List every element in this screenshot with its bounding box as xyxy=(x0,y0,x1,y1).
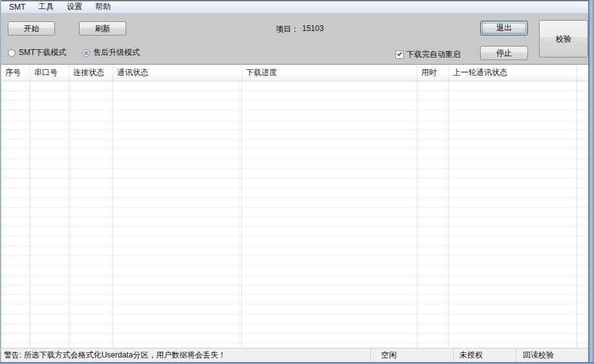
radio-smt-label: SMT下载模式 xyxy=(19,47,66,58)
radio-aftersales-label: 售后升级模式 xyxy=(93,47,140,58)
radio-unselected-icon xyxy=(8,49,16,57)
menu-bar: SMT 工具 设置 帮助 xyxy=(1,1,588,14)
checkbox-auto-reboot-label: 下载完自动重启 xyxy=(406,49,461,60)
column-header-elapsed[interactable]: 用时 xyxy=(417,65,449,81)
check-icon xyxy=(397,51,402,56)
status-verify-mode: 回读校验 xyxy=(516,348,588,362)
column-divider xyxy=(448,81,449,348)
toolbar: 开始 刷新 项目： 15103 退出 停止 校验 SMT下载模式 售后升级模式 xyxy=(1,14,588,64)
verify-button[interactable]: 校验 xyxy=(539,20,588,58)
refresh-button[interactable]: 刷新 xyxy=(79,21,126,36)
column-divider xyxy=(113,81,113,348)
radio-selected-icon xyxy=(82,49,90,57)
column-header-filler xyxy=(577,65,588,81)
column-header-comm-status[interactable]: 通讯状态 xyxy=(113,65,242,81)
checkbox-auto-reboot[interactable]: 下载完自动重启 xyxy=(395,49,461,60)
column-header-connection[interactable]: 连接状态 xyxy=(69,65,113,81)
stop-button[interactable]: 停止 xyxy=(480,46,528,60)
table-body[interactable] xyxy=(1,81,588,348)
status-bar: 警告: 所选下载方式会格式化Userdata分区，用户数据将会丢失！ 空闲 未授… xyxy=(1,348,588,362)
status-state: 空闲 xyxy=(370,348,453,362)
exit-button[interactable]: 退出 xyxy=(480,21,528,36)
status-warning: 警告: 所选下载方式会格式化Userdata分区，用户数据将会丢失！ xyxy=(1,348,370,362)
status-auth: 未授权 xyxy=(453,348,516,362)
menu-smt[interactable]: SMT xyxy=(3,1,32,14)
start-button[interactable]: 开始 xyxy=(8,21,55,36)
table-header: 序号 串口号 连接状态 通讯状态 下载进度 用时 上一轮通讯状态 xyxy=(1,65,588,81)
project-value: 15103 xyxy=(302,24,324,35)
column-header-index[interactable]: 序号 xyxy=(1,65,30,81)
column-divider xyxy=(241,81,242,348)
device-table: 序号 串口号 连接状态 通讯状态 下载进度 用时 上一轮通讯状态 xyxy=(1,64,588,348)
radio-smt-download-mode[interactable]: SMT下载模式 xyxy=(8,47,66,58)
column-header-progress[interactable]: 下载进度 xyxy=(242,65,417,81)
window-border-right xyxy=(588,0,594,364)
column-divider xyxy=(69,81,69,348)
column-header-last-round[interactable]: 上一轮通讯状态 xyxy=(449,65,577,81)
project-label: 项目： xyxy=(276,24,299,35)
project-info: 项目： 15103 xyxy=(276,24,324,35)
column-divider xyxy=(417,81,417,348)
column-header-serial-port[interactable]: 串口号 xyxy=(30,65,69,81)
menu-settings[interactable]: 设置 xyxy=(60,0,89,14)
app-window: SMT 工具 设置 帮助 开始 刷新 项目： 15103 退出 停止 校验 SM… xyxy=(0,0,594,364)
window-border-top xyxy=(0,0,594,1)
radio-aftersales-upgrade-mode[interactable]: 售后升级模式 xyxy=(82,47,140,58)
column-divider xyxy=(30,81,30,348)
checkbox-icon xyxy=(395,50,404,59)
menu-tools[interactable]: 工具 xyxy=(32,0,60,14)
column-divider xyxy=(577,81,577,348)
menu-help[interactable]: 帮助 xyxy=(89,0,117,14)
window-content: SMT 工具 设置 帮助 开始 刷新 项目： 15103 退出 停止 校验 SM… xyxy=(1,1,588,362)
window-border-left xyxy=(0,0,1,364)
